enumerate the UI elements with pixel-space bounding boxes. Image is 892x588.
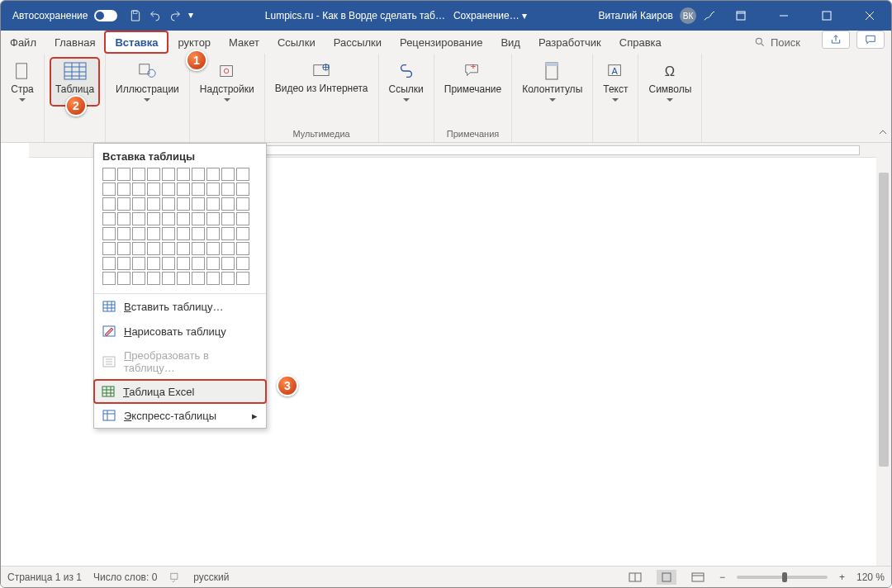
grid-cell[interactable] bbox=[177, 242, 190, 255]
grid-cell[interactable] bbox=[206, 197, 220, 211]
draw-mode-icon[interactable] bbox=[703, 9, 716, 22]
grid-cell[interactable] bbox=[147, 183, 160, 196]
tab-mailings[interactable]: Рассылки bbox=[325, 31, 391, 54]
comments-button[interactable] bbox=[856, 31, 885, 49]
symbols-button[interactable]: Ω Символы bbox=[643, 57, 696, 108]
grid-cell[interactable] bbox=[177, 272, 190, 285]
grid-cell[interactable] bbox=[117, 183, 130, 196]
grid-cell[interactable] bbox=[236, 168, 249, 181]
links-button[interactable]: Ссылки bbox=[384, 57, 429, 108]
grid-cell[interactable] bbox=[102, 257, 116, 270]
grid-cell[interactable] bbox=[177, 183, 190, 196]
search-box[interactable]: Поиск bbox=[754, 31, 815, 54]
grid-cell[interactable] bbox=[192, 212, 205, 225]
grid-cell[interactable] bbox=[236, 257, 249, 270]
grid-cell[interactable] bbox=[132, 168, 145, 181]
grid-cell[interactable] bbox=[192, 227, 205, 240]
menu-quick-tables[interactable]: Экспресс-таблицы ▸ bbox=[94, 403, 266, 428]
grid-cell[interactable] bbox=[132, 212, 145, 225]
scrollbar-thumb[interactable] bbox=[879, 173, 889, 467]
grid-cell[interactable] bbox=[102, 227, 116, 240]
grid-cell[interactable] bbox=[147, 212, 160, 225]
menu-insert-table[interactable]: ВВставить таблицу…ставить таблицу… bbox=[94, 294, 266, 319]
grid-cell[interactable] bbox=[177, 168, 190, 181]
redo-icon[interactable] bbox=[168, 9, 182, 22]
grid-cell[interactable] bbox=[162, 257, 175, 270]
saving-status[interactable]: Сохранение… ▾ bbox=[453, 10, 527, 21]
grid-cell[interactable] bbox=[162, 227, 175, 240]
grid-cell[interactable] bbox=[147, 168, 160, 181]
tab-review[interactable]: Рецензирование bbox=[391, 31, 491, 54]
close-button[interactable] bbox=[852, 1, 888, 31]
grid-cell[interactable] bbox=[117, 242, 130, 255]
illustrations-button[interactable]: Иллюстрации bbox=[111, 57, 184, 108]
grid-cell[interactable] bbox=[206, 183, 220, 196]
ribbon-display-button[interactable] bbox=[723, 1, 759, 31]
tab-developer[interactable]: Разработчик bbox=[529, 31, 610, 54]
grid-cell[interactable] bbox=[206, 242, 220, 255]
grid-cell[interactable] bbox=[132, 272, 145, 285]
spellcheck-icon[interactable] bbox=[168, 571, 182, 583]
grid-cell[interactable] bbox=[206, 272, 220, 285]
undo-icon[interactable] bbox=[149, 9, 162, 22]
tab-home[interactable]: Главная bbox=[45, 31, 104, 54]
grid-cell[interactable] bbox=[236, 227, 249, 240]
grid-cell[interactable] bbox=[177, 212, 190, 225]
grid-cell[interactable] bbox=[206, 212, 220, 225]
grid-cell[interactable] bbox=[147, 272, 160, 285]
grid-cell[interactable] bbox=[177, 197, 190, 211]
grid-cell[interactable] bbox=[132, 242, 145, 255]
grid-cell[interactable] bbox=[162, 242, 175, 255]
grid-cell[interactable] bbox=[132, 183, 145, 196]
grid-cell[interactable] bbox=[147, 257, 160, 270]
grid-cell[interactable] bbox=[236, 272, 249, 285]
grid-cell[interactable] bbox=[102, 212, 116, 225]
grid-cell[interactable] bbox=[192, 197, 205, 211]
grid-cell[interactable] bbox=[206, 168, 220, 181]
read-mode-button[interactable] bbox=[625, 570, 645, 585]
grid-cell[interactable] bbox=[147, 242, 160, 255]
language[interactable]: русский bbox=[193, 571, 229, 583]
tab-view[interactable]: Вид bbox=[491, 31, 529, 54]
grid-cell[interactable] bbox=[102, 197, 116, 211]
tab-references[interactable]: Ссылки bbox=[268, 31, 325, 54]
grid-cell[interactable] bbox=[221, 257, 235, 270]
grid-cell[interactable] bbox=[117, 212, 130, 225]
save-icon[interactable] bbox=[129, 9, 142, 22]
grid-cell[interactable] bbox=[221, 212, 235, 225]
zoom-level[interactable]: 120 % bbox=[856, 571, 885, 583]
menu-draw-table[interactable]: Нарисовать таблицу bbox=[94, 319, 266, 344]
tab-file[interactable]: Файл bbox=[1, 31, 45, 54]
pages-button[interactable]: Стра bbox=[6, 57, 39, 108]
table-size-grid[interactable] bbox=[94, 168, 266, 293]
grid-cell[interactable] bbox=[236, 183, 249, 196]
grid-cell[interactable] bbox=[117, 197, 130, 211]
grid-cell[interactable] bbox=[177, 227, 190, 240]
grid-cell[interactable] bbox=[117, 227, 130, 240]
grid-cell[interactable] bbox=[132, 197, 145, 211]
grid-cell[interactable] bbox=[236, 242, 249, 255]
collapse-ribbon-button[interactable] bbox=[875, 54, 891, 142]
page-count[interactable]: Страница 1 из 1 bbox=[7, 571, 82, 583]
grid-cell[interactable] bbox=[162, 272, 175, 285]
grid-cell[interactable] bbox=[132, 257, 145, 270]
grid-cell[interactable] bbox=[102, 272, 116, 285]
menu-excel-table[interactable]: Таблица Excel bbox=[93, 379, 267, 404]
grid-cell[interactable] bbox=[162, 197, 175, 211]
minimize-button[interactable] bbox=[766, 1, 802, 31]
grid-cell[interactable] bbox=[236, 197, 249, 211]
online-video-button[interactable]: Видео из Интернета bbox=[270, 57, 373, 97]
grid-cell[interactable] bbox=[192, 257, 205, 270]
grid-cell[interactable] bbox=[132, 227, 145, 240]
grid-cell[interactable] bbox=[102, 242, 116, 255]
grid-cell[interactable] bbox=[221, 272, 235, 285]
grid-cell[interactable] bbox=[117, 272, 130, 285]
grid-cell[interactable] bbox=[147, 227, 160, 240]
vertical-scrollbar[interactable] bbox=[876, 143, 891, 566]
grid-cell[interactable] bbox=[192, 242, 205, 255]
grid-cell[interactable] bbox=[117, 257, 130, 270]
grid-cell[interactable] bbox=[102, 183, 116, 196]
tab-layout[interactable]: Макет bbox=[220, 31, 268, 54]
grid-cell[interactable] bbox=[236, 212, 249, 225]
grid-cell[interactable] bbox=[192, 168, 205, 181]
